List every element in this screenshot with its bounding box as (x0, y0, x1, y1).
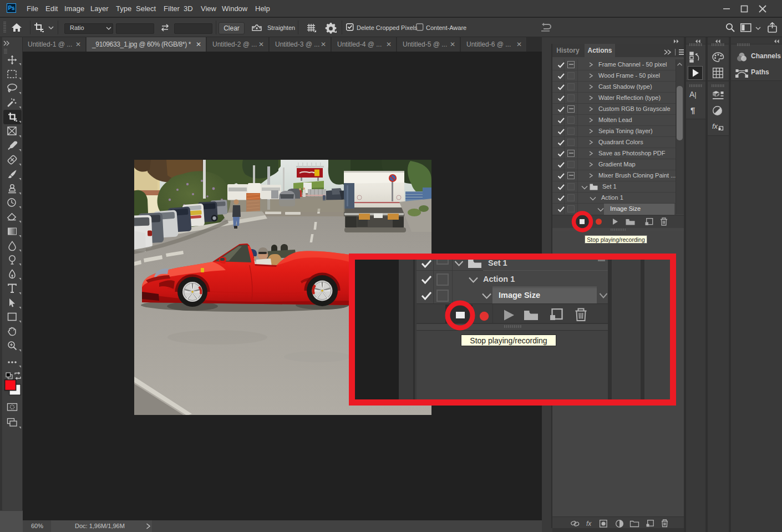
svg-text:fx: fx (586, 520, 592, 528)
svg-text:fx: fx (712, 122, 718, 130)
